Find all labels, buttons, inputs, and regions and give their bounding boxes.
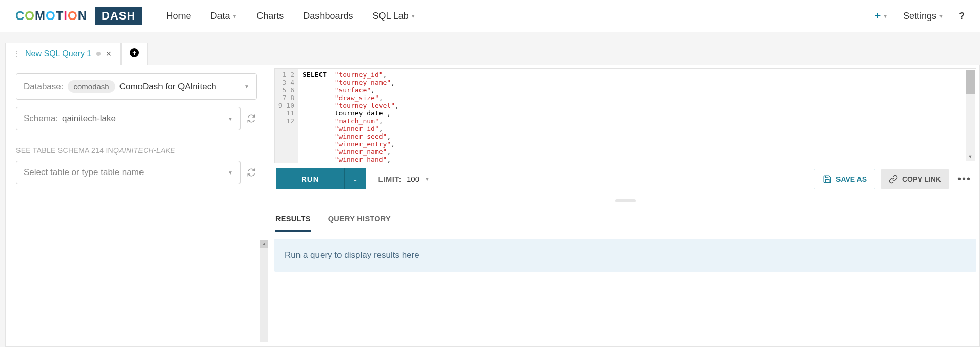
nav-sqllab[interactable]: SQL Lab▼ [372, 11, 415, 22]
table-schema-hint: SEE TABLE SCHEMA 214 INQAINITECH-LAKE [16, 146, 257, 155]
editor-pane: 1 2 3 4 5 6 7 8 9 10 11 12 SELECT "tourn… [267, 65, 979, 346]
sql-editor-main: Database: comodash ComoDash for QAInitec… [5, 65, 980, 347]
chevron-down-icon: ▼ [411, 13, 416, 19]
nav-settings-label: Settings [903, 11, 936, 22]
close-icon[interactable]: ✕ [106, 50, 112, 58]
database-chip: comodash [68, 80, 115, 93]
database-label: Database: [24, 82, 64, 92]
limit-value: 100 [407, 175, 419, 183]
nav-data[interactable]: Data▼ [210, 11, 237, 22]
run-button[interactable]: RUN [276, 168, 345, 189]
scroll-down-icon[interactable]: ▼ [966, 152, 975, 161]
results-placeholder: Run a query to display results here [274, 239, 976, 272]
plus-icon: + [874, 10, 881, 22]
table-placeholder: Select table or type table name [24, 167, 144, 178]
main-nav: Home Data▼ Charts Dashboards SQL Lab▼ [166, 11, 415, 22]
tab-query-history[interactable]: QUERY HISTORY [328, 215, 391, 232]
workspace: ⋮ New SQL Query 1 ✕ + Database: comodash… [0, 32, 980, 347]
schema-select[interactable]: Schema: qainitech-lake ▼ [16, 107, 241, 130]
nav-settings[interactable]: Settings▼ [903, 11, 944, 22]
header-right: +▼ Settings▼ ? [874, 10, 965, 22]
query-tab-active[interactable]: ⋮ New SQL Query 1 ✕ [5, 43, 121, 65]
save-as-label: SAVE AS [836, 175, 867, 183]
copy-link-label: COPY LINK [902, 175, 941, 183]
table-select[interactable]: Select table or type table name ▼ [16, 161, 241, 184]
save-icon [823, 175, 832, 184]
refresh-schema-button[interactable] [246, 113, 257, 124]
refresh-tables-button[interactable] [246, 167, 257, 178]
limit-control[interactable]: LIMIT: 100 ▼ [378, 175, 430, 183]
sql-editor[interactable]: 1 2 3 4 5 6 7 8 9 10 11 12 SELECT "tourn… [274, 68, 976, 163]
results-tabs: RESULTS QUERY HISTORY [274, 207, 976, 232]
schema-sidebar: Database: comodash ComoDash for QAInitec… [6, 65, 267, 346]
chevron-down-icon: ▼ [228, 170, 233, 176]
status-dot-icon [96, 52, 101, 56]
add-tab-button[interactable]: + [121, 43, 148, 65]
copy-link-button[interactable]: COPY LINK [881, 169, 949, 189]
limit-label: LIMIT: [378, 175, 402, 183]
app-logo[interactable]: COMOTION DASH [15, 7, 142, 25]
sql-code[interactable]: SELECT "tourney_id", "tourney_name", "su… [298, 69, 976, 163]
more-menu-button[interactable]: ••• [954, 173, 974, 185]
save-as-button[interactable]: SAVE AS [814, 169, 875, 189]
chevron-down-icon: ▼ [425, 176, 430, 182]
refresh-icon [247, 168, 256, 177]
plus-circle-icon: + [130, 48, 139, 57]
editor-toolbar: RUN ⌄ LIMIT: 100 ▼ SAVE AS COPY LINK [274, 163, 976, 198]
schema-value: qainitech-lake [62, 113, 116, 124]
query-tabs: ⋮ New SQL Query 1 ✕ + [5, 43, 980, 65]
run-dropdown-button[interactable]: ⌄ [345, 168, 366, 189]
drag-handle-icon[interactable]: ⋮ [14, 50, 20, 57]
schema-label: Schema: [24, 113, 58, 124]
chevron-down-icon: ▼ [244, 84, 249, 89]
nav-charts[interactable]: Charts [256, 11, 284, 22]
nav-sqllab-label: SQL Lab [372, 11, 408, 22]
link-icon [889, 175, 898, 184]
chevron-down-icon: ▼ [938, 13, 944, 19]
chevron-down-icon: ▼ [232, 13, 237, 19]
divider [16, 140, 257, 140]
scroll-thumb[interactable] [966, 70, 975, 94]
run-button-group: RUN ⌄ [276, 168, 366, 189]
query-tab-label: New SQL Query 1 [25, 49, 91, 59]
nav-home[interactable]: Home [166, 11, 191, 22]
tab-results[interactable]: RESULTS [275, 215, 311, 232]
database-select[interactable]: Database: comodash ComoDash for QAInitec… [16, 73, 257, 100]
chevron-down-icon: ▼ [883, 13, 888, 19]
nav-data-label: Data [210, 11, 230, 22]
pane-resize-handle[interactable] [615, 199, 636, 202]
editor-scrollbar[interactable]: ▲ ▼ [966, 70, 975, 161]
database-name: ComoDash for QAInitech [119, 82, 216, 92]
help-icon[interactable]: ? [959, 11, 965, 22]
header: COMOTION DASH Home Data▼ Charts Dashboar… [0, 0, 980, 32]
chevron-down-icon: ⌄ [353, 176, 358, 183]
nav-dashboards[interactable]: Dashboards [303, 11, 353, 22]
line-gutter: 1 2 3 4 5 6 7 8 9 10 11 12 [275, 69, 298, 163]
results-body: Run a query to display results here [274, 239, 976, 272]
refresh-icon [247, 114, 256, 123]
chevron-down-icon: ▼ [228, 116, 233, 122]
add-menu[interactable]: +▼ [874, 10, 888, 22]
